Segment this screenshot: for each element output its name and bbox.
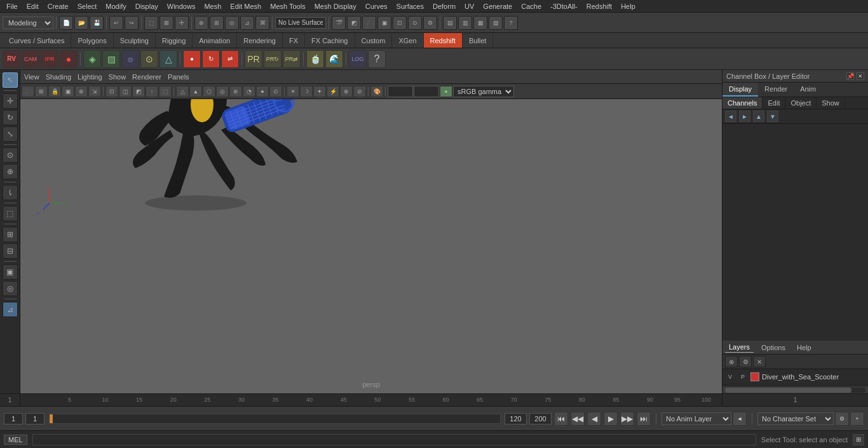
- rs-icon18[interactable]: LOG: [349, 50, 367, 68]
- layer-arrow-down[interactable]: ▼: [767, 111, 778, 122]
- panel-close-btn[interactable]: ✕: [857, 72, 864, 80]
- prev-frame-btn[interactable]: ◀: [587, 412, 601, 426]
- subtab-channels[interactable]: Channels: [722, 97, 763, 109]
- tab-polygons[interactable]: Polygons: [71, 33, 113, 48]
- menu-mesh[interactable]: Mesh: [200, 1, 225, 11]
- char-set-select[interactable]: No Character Set: [757, 412, 834, 425]
- rs-help-btn[interactable]: ?: [368, 50, 386, 68]
- vp-menu-view[interactable]: View: [24, 73, 39, 81]
- layers-tab-layers[interactable]: Layers: [725, 342, 754, 353]
- vp-uv-btn[interactable]: ◩: [132, 86, 145, 97]
- menu-windows[interactable]: Windows: [163, 1, 200, 11]
- ui4-btn[interactable]: ▧: [489, 16, 503, 30]
- next-frame-btn[interactable]: ▶▶: [620, 412, 634, 426]
- menu-redshift[interactable]: Redshift: [583, 1, 616, 11]
- vp-light2[interactable]: ☽: [300, 86, 313, 97]
- vp-shading1[interactable]: △: [176, 86, 189, 97]
- layer-arrow-right[interactable]: ►: [739, 111, 750, 122]
- rs-icon8[interactable]: ⊙: [140, 50, 158, 68]
- cam-y-field[interactable]: 1.00: [414, 86, 439, 97]
- vp-menu-renderer[interactable]: Renderer: [132, 73, 161, 81]
- menu-surfaces[interactable]: Surfaces: [393, 1, 428, 11]
- open-btn[interactable]: 📂: [74, 16, 88, 30]
- tab-fx-caching[interactable]: FX Caching: [305, 33, 355, 48]
- no-live-surface-field[interactable]: [275, 17, 326, 29]
- snap1-btn[interactable]: ⊕: [194, 16, 208, 30]
- vp-shading8[interactable]: ⊙: [269, 86, 282, 97]
- scale-tool[interactable]: ⤡: [3, 126, 18, 142]
- layers-tab-help[interactable]: Help: [793, 343, 815, 353]
- vp-light4[interactable]: ⚡: [327, 86, 339, 97]
- cam-btn[interactable]: 🎥: [362, 16, 376, 30]
- render-btn[interactable]: 🎬: [332, 16, 346, 30]
- vp-grid-btn[interactable]: ⊡: [105, 86, 118, 97]
- vp-light5[interactable]: ⊗: [340, 86, 353, 97]
- snap2-btn[interactable]: ⊞: [210, 16, 224, 30]
- select-btn[interactable]: ⬚: [144, 16, 158, 30]
- layer-color[interactable]: [750, 372, 759, 381]
- tool3[interactable]: ▣: [3, 264, 18, 280]
- layer-create-btn[interactable]: ⊕: [725, 356, 738, 367]
- marquee-select[interactable]: ⬚: [3, 206, 18, 221]
- tab-render[interactable]: Render: [758, 83, 794, 97]
- vp-move2-btn[interactable]: ⇲: [88, 86, 101, 97]
- rs-icon3[interactable]: IPR: [41, 50, 58, 68]
- rotate-tool[interactable]: ↻: [3, 110, 18, 125]
- vp-light1[interactable]: ☀: [287, 86, 299, 97]
- select-tool-btn[interactable]: ✢: [175, 16, 189, 30]
- save-btn[interactable]: 💾: [90, 16, 104, 30]
- rs-icon4[interactable]: ●: [60, 50, 78, 68]
- anim-layer-select[interactable]: No Anim Layer: [661, 412, 731, 425]
- layer-p[interactable]: P: [738, 374, 748, 380]
- subtab-object[interactable]: Object: [785, 97, 817, 109]
- vp-shading3[interactable]: ⬡: [203, 86, 215, 97]
- menu-curves[interactable]: Curves: [362, 1, 391, 11]
- rs-icon5[interactable]: ◈: [83, 50, 101, 68]
- menu-mesh-tools[interactable]: Mesh Tools: [266, 1, 309, 11]
- rs-icon7[interactable]: ⌾: [121, 50, 139, 68]
- subtab-show[interactable]: Show: [817, 97, 845, 109]
- vp-outline-btn[interactable]: ⬚: [159, 86, 172, 97]
- layer-v[interactable]: V: [725, 374, 735, 380]
- tab-bullet[interactable]: Bullet: [463, 33, 494, 48]
- viewport-canvas[interactable]: x y z persp: [20, 99, 722, 393]
- tool4[interactable]: ◎: [3, 281, 18, 296]
- goto-start-btn[interactable]: ⏮: [554, 412, 568, 426]
- timeline-ruler[interactable]: 5 10 15 20 25 30 35 40 45 50 55 60 65 70…: [41, 394, 722, 406]
- rs-icon12[interactable]: ⇌: [221, 50, 239, 68]
- ui2-btn[interactable]: ▥: [458, 16, 472, 30]
- tab-anim[interactable]: Anim: [794, 83, 822, 97]
- ui3-btn[interactable]: ▦: [473, 16, 487, 30]
- snap4-btn[interactable]: ⊿: [240, 16, 254, 30]
- menu-modify[interactable]: Modify: [102, 1, 130, 11]
- snap3-btn[interactable]: ◎: [225, 16, 239, 30]
- anim-end-field[interactable]: [505, 413, 527, 424]
- vp-cam2-btn[interactable]: ▣: [62, 86, 74, 97]
- redo-btn[interactable]: ↪: [125, 16, 139, 30]
- gamma-selector[interactable]: sRGB gamma: [453, 86, 514, 97]
- layers-tab-options[interactable]: Options: [757, 343, 789, 353]
- menu-generate[interactable]: Generate: [479, 1, 516, 11]
- tab-display[interactable]: Display: [722, 83, 758, 97]
- vp-menu-panels[interactable]: Panels: [168, 73, 189, 81]
- vp-shading2[interactable]: ▲: [189, 86, 202, 97]
- ipr-btn[interactable]: ◩: [347, 16, 361, 30]
- vp-shading4[interactable]: ◎: [216, 86, 229, 97]
- move-tool[interactable]: ✛: [3, 93, 18, 109]
- menu-edit-mesh[interactable]: Edit Mesh: [226, 1, 265, 11]
- vp-snap-btn[interactable]: ⊕: [75, 86, 88, 97]
- rs-icon17[interactable]: 🌊: [325, 50, 343, 68]
- menu-select[interactable]: Select: [74, 1, 101, 11]
- vp-shading6[interactable]: ◔: [243, 86, 255, 97]
- menu-edit[interactable]: Edit: [23, 1, 43, 11]
- tool1[interactable]: ⊞: [3, 227, 18, 242]
- rs-icon11[interactable]: ↻: [202, 50, 220, 68]
- ui5-btn[interactable]: ?: [504, 16, 518, 30]
- step-back-btn[interactable]: ◀◀: [571, 412, 585, 426]
- layer-delete-btn[interactable]: ✕: [753, 356, 766, 367]
- range-start-field[interactable]: [4, 413, 23, 424]
- cam-x-field[interactable]: 0.00: [388, 86, 413, 97]
- rs-icon14[interactable]: PR↻: [264, 50, 281, 68]
- menu-file[interactable]: File: [3, 1, 22, 11]
- vp-lock-btn[interactable]: 🔒: [48, 86, 61, 97]
